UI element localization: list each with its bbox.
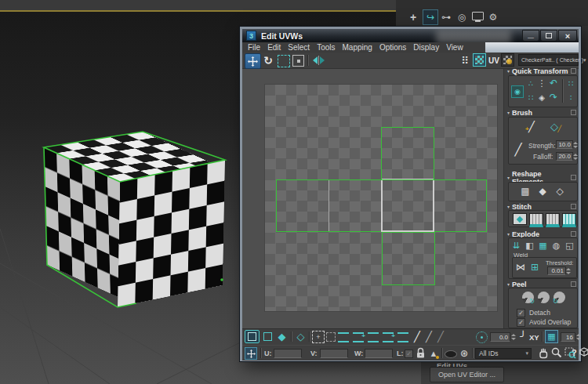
rotate-ccw-icon[interactable]: ↶ (548, 78, 559, 89)
weld-selected-icon[interactable]: ⋈ (514, 261, 527, 274)
reshape-header[interactable]: ▾ Reshape Elements (507, 173, 578, 182)
display-tab-icon[interactable] (472, 12, 484, 20)
soft-selection-value[interactable]: 0.0 (490, 332, 510, 342)
checker-tiling-button[interactable] (473, 53, 486, 67)
stitch-custom-icon[interactable] (513, 213, 527, 225)
render-template-button[interactable] (501, 53, 514, 67)
lock-selection-icon[interactable] (416, 347, 426, 359)
move-tool-button[interactable] (245, 53, 261, 69)
weld-target-icon[interactable]: ⊞ (528, 261, 541, 274)
rollout-pin-icon[interactable] (571, 110, 576, 115)
stack-dots-icon[interactable]: ∶ (565, 92, 576, 103)
edge-mode-button[interactable] (261, 330, 274, 343)
break-icon[interactable]: ⇊ (510, 240, 522, 251)
menu-edit[interactable]: Edit (267, 43, 281, 52)
menu-tools[interactable]: Tools (316, 43, 336, 52)
shrink-selection-button[interactable] (326, 332, 336, 342)
menu-options[interactable]: Options (379, 43, 407, 52)
paint-select-add-icon[interactable]: ╱ (423, 330, 434, 343)
falloff-spinner[interactable] (573, 152, 578, 161)
u-field[interactable] (274, 349, 302, 358)
w-field[interactable] (365, 349, 393, 358)
lock-aspect-checkbox[interactable]: ✓ (405, 350, 413, 358)
mirror-tool-button[interactable] (311, 55, 325, 66)
create-tab-icon[interactable]: + (407, 10, 419, 24)
align-horizontal-icon[interactable]: ∴ (525, 78, 536, 89)
texture-map-dropdown[interactable]: CheckerPatt.. ( Checker ) ▾ (518, 54, 579, 66)
select-element-rows-icon[interactable] (397, 332, 408, 342)
grid-snap-button[interactable]: ▦ (545, 330, 558, 343)
vertex-mode-button[interactable] (245, 330, 260, 343)
hierarchy-tab-icon[interactable]: ⊶ (440, 10, 452, 24)
explode-grid-icon[interactable]: ▦ (537, 240, 549, 251)
select-column-plus-icon[interactable]: + (383, 332, 394, 342)
rotate-tool-button[interactable]: ↻ (261, 53, 275, 67)
paint-select-remove-icon[interactable]: ╱ (435, 330, 446, 343)
explode-sphere-icon[interactable]: ◍ (550, 240, 562, 251)
relax-brush-icon[interactable]: ◇ ╱ (547, 120, 561, 132)
quick-transform-header[interactable]: ▾ Quick Transform (507, 67, 578, 75)
motion-tab-icon[interactable]: ◎ (456, 10, 468, 24)
rotate-cw-icon[interactable]: ↷ (548, 92, 559, 103)
space-horizontal-icon[interactable]: ∷ (525, 92, 536, 103)
utilities-tab-icon[interactable]: ⚙ (487, 10, 499, 24)
uv-canvas[interactable] (242, 69, 504, 328)
rollout-pin-icon[interactable] (571, 204, 576, 209)
close-button[interactable]: × (558, 30, 577, 42)
stitch-source-icon[interactable] (529, 213, 543, 227)
avoid-overlap-checkbox[interactable]: ✓ (517, 318, 525, 327)
align-vertical-icon[interactable]: ⋮ (537, 78, 546, 89)
modify-tab-icon[interactable]: ↪ (423, 9, 438, 25)
select-row-icon[interactable] (338, 332, 349, 342)
filter-selected-faces-icon[interactable]: ▲ (428, 347, 439, 360)
hide-by-material-icon[interactable] (445, 350, 457, 358)
quick-transform-gear-icon[interactable]: ◉ (511, 85, 524, 98)
zoom-extents-icon[interactable] (579, 347, 588, 359)
detach-checkbox[interactable]: ✓ (517, 309, 525, 317)
grow-selection-button[interactable]: + (312, 331, 325, 343)
dialog-title-bar[interactable]: 3 Edit UVWs — × (242, 29, 579, 42)
menu-mapping[interactable]: Mapping (342, 43, 373, 52)
explode-region-icon[interactable]: ◱ (564, 240, 575, 251)
rollout-pin-icon[interactable] (571, 281, 576, 287)
open-uv-editor-button[interactable]: Open UV Editor ... (430, 367, 504, 382)
menu-file[interactable]: File (247, 43, 261, 52)
show-map-icon[interactable]: ⠿ (459, 54, 471, 67)
scale-tool-button[interactable] (278, 55, 290, 67)
threshold-spinner[interactable] (566, 266, 571, 275)
grid-size-spinner[interactable] (575, 332, 581, 342)
help-icon[interactable]: ? (572, 348, 577, 357)
pelt-map-icon[interactable]: ↻ (554, 292, 565, 303)
stitch-average-icon[interactable] (546, 213, 560, 227)
soft-selection-spinner[interactable] (510, 332, 516, 342)
select-column-icon[interactable] (368, 332, 379, 342)
rollout-pin-icon[interactable] (571, 231, 576, 237)
falloff-curve-icon[interactable]: ╯ (518, 330, 528, 343)
threshold-value[interactable]: 0.01 (547, 266, 566, 275)
freeform-tool-button[interactable] (292, 55, 304, 67)
paint-select-brush-icon[interactable]: ╱ (412, 330, 423, 343)
menu-display[interactable]: Display (412, 43, 440, 52)
zoom-icon[interactable] (551, 347, 562, 359)
stitch-target-icon[interactable] (562, 213, 576, 227)
rollout-pin-icon[interactable] (571, 175, 576, 180)
brush-header[interactable]: ▾ Brush (507, 108, 578, 117)
quick-peel-icon[interactable]: ↻ (522, 292, 534, 303)
element-mode-button[interactable]: ◇ (294, 330, 307, 343)
detach-edge-icon[interactable]: ◧ (524, 240, 535, 251)
peel-mode-icon[interactable] (538, 292, 550, 303)
strength-spinner[interactable] (573, 140, 578, 149)
falloff-value[interactable]: 20.0 (556, 152, 573, 161)
select-row-plus-icon[interactable]: + (353, 332, 364, 342)
menu-select[interactable]: Select (287, 43, 310, 52)
paint-move-brush-icon[interactable]: ╱ + (524, 120, 539, 132)
freeze-icon[interactable]: ⊛ (459, 347, 470, 360)
face-mode-button[interactable]: ◆ (275, 330, 289, 343)
align-element-icon[interactable]: ◈ (537, 92, 546, 103)
v-field[interactable] (320, 349, 348, 358)
grid-size-value[interactable]: 16 (561, 332, 575, 342)
pan-hand-icon[interactable] (538, 347, 549, 359)
minimize-button[interactable]: — (522, 30, 539, 42)
space-dots-icon[interactable]: ∷ (565, 78, 576, 89)
falloff-space-label[interactable]: XY (529, 333, 539, 342)
